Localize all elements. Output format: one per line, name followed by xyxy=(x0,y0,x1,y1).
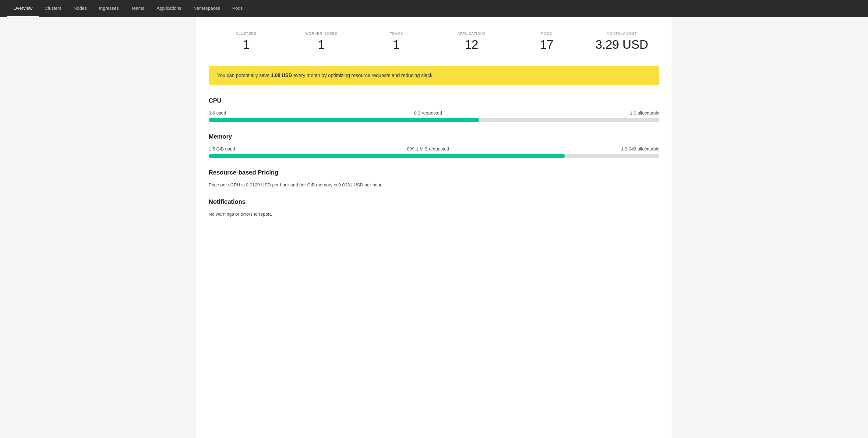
memory-requested-label: 809.1 MiB requested xyxy=(407,146,449,151)
notifications-text: No warnings or errors to report. xyxy=(209,211,659,217)
nav-item-overview[interactable]: Overview xyxy=(7,0,39,17)
memory-labels: 1.5 GiB used 809.1 MiB requested 1.9 GiB… xyxy=(209,146,659,151)
stat-value-clusters: 1 xyxy=(209,38,284,52)
stat-label-monthly-cost: MONTHLY COST xyxy=(584,32,659,35)
banner-prefix: You can potentially save xyxy=(217,73,271,78)
savings-banner: You can potentially save 1.08 USD every … xyxy=(209,66,659,85)
memory-used-label: 1.5 GiB used xyxy=(209,146,235,151)
banner-highlight: 1.08 USD xyxy=(271,73,292,78)
stat-label-teams: TEAMS xyxy=(359,32,434,35)
cpu-bar-container: 0.6 used 0.3 requested 1.0 allocatable xyxy=(209,110,659,122)
nav-item-pods[interactable]: Pods xyxy=(226,0,249,17)
memory-bar-track xyxy=(209,154,659,158)
banner-suffix: every month by optimizing resource reque… xyxy=(292,73,434,78)
cpu-allocatable-label: 1.0 allocatable xyxy=(630,110,659,116)
stat-label-clusters: CLUSTERS xyxy=(209,32,284,35)
notifications-section: Notifications No warnings or errors to r… xyxy=(209,198,659,217)
stat-label-worker-nodes: WORKER NODES xyxy=(284,32,359,35)
stat-pods: PODS 17 xyxy=(509,32,585,52)
cpu-requested-label: 0.3 requested xyxy=(414,110,442,116)
nav-item-applications[interactable]: Applications xyxy=(151,0,187,17)
stat-value-pods: 17 xyxy=(509,38,585,52)
stat-value-applications: 12 xyxy=(434,38,509,52)
nav-item-teams[interactable]: Teams xyxy=(125,0,151,17)
stat-clusters: CLUSTERS 1 xyxy=(209,32,284,52)
cpu-labels: 0.6 used 0.3 requested 1.0 allocatable xyxy=(209,110,659,116)
nav-item-ingresses[interactable]: Ingresses xyxy=(93,0,125,17)
notifications-title: Notifications xyxy=(209,198,659,205)
stat-value-monthly-cost: 3.29 USD xyxy=(584,38,659,52)
memory-bar-fill xyxy=(209,154,565,158)
stat-applications: APPLICATIONS 12 xyxy=(434,32,509,52)
stat-value-worker-nodes: 1 xyxy=(284,38,359,52)
cpu-bar-track xyxy=(209,118,659,122)
memory-bar-container: 1.5 GiB used 809.1 MiB requested 1.9 GiB… xyxy=(209,146,659,158)
top-nav: OverviewClustersNodesIngressesTeamsAppli… xyxy=(0,0,868,17)
pricing-text: Price per vCPU is 0.0120 USD per hour an… xyxy=(209,182,659,187)
stat-label-pods: PODS xyxy=(509,32,585,35)
nav-item-clusters[interactable]: Clusters xyxy=(39,0,68,17)
cpu-bar-fill xyxy=(209,118,479,122)
pricing-title: Resource-based Pricing xyxy=(209,169,659,176)
memory-title: Memory xyxy=(209,133,659,140)
stat-monthly-cost: MONTHLY COST 3.29 USD xyxy=(584,32,659,52)
stat-teams: TEAMS 1 xyxy=(359,32,434,52)
nav-item-namespaces[interactable]: Namespaces xyxy=(187,0,226,17)
main-content: CLUSTERS 1 WORKER NODES 1 TEAMS 1 APPLIC… xyxy=(196,17,672,438)
cpu-used-label: 0.6 used xyxy=(209,110,226,116)
stat-worker-nodes: WORKER NODES 1 xyxy=(284,32,359,52)
memory-allocatable-label: 1.9 GiB allocatable xyxy=(621,146,659,151)
pricing-section: Resource-based Pricing Price per vCPU is… xyxy=(209,169,659,187)
nav-item-nodes[interactable]: Nodes xyxy=(68,0,93,17)
stat-label-applications: APPLICATIONS xyxy=(434,32,509,35)
cpu-section: CPU 0.6 used 0.3 requested 1.0 allocatab… xyxy=(209,97,659,122)
stat-value-teams: 1 xyxy=(359,38,434,52)
memory-section: Memory 1.5 GiB used 809.1 MiB requested … xyxy=(209,133,659,158)
stats-row: CLUSTERS 1 WORKER NODES 1 TEAMS 1 APPLIC… xyxy=(209,32,659,52)
cpu-title: CPU xyxy=(209,97,659,104)
